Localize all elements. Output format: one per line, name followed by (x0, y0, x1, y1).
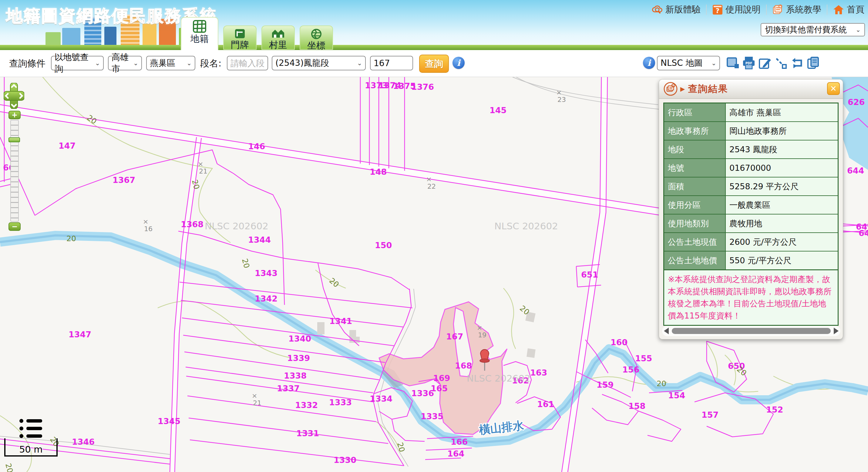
globe-icon (311, 29, 322, 39)
link-help[interactable]: ? 使用說明 (712, 4, 761, 16)
svg-text:1342: 1342 (255, 294, 278, 303)
svg-text:1367: 1367 (113, 175, 135, 185)
map-info-icon[interactable]: i (643, 57, 655, 69)
tab-coordinates[interactable]: 坐標 (300, 26, 333, 50)
zoom-out-button[interactable]: − (8, 222, 21, 231)
svg-text:1335: 1335 (421, 412, 443, 421)
chevron-down-icon: ⌄ (856, 26, 861, 33)
popup-window-icon[interactable] (726, 56, 740, 70)
row-value: 農牧用地 (726, 215, 838, 232)
svg-text:145: 145 (490, 105, 506, 115)
scale-label: 50 m (5, 444, 56, 455)
search-button[interactable]: 查詢 (419, 55, 449, 73)
svg-text:648: 648 (859, 228, 868, 238)
section-label: 段名: (200, 57, 221, 70)
svg-text:644: 644 (847, 166, 864, 175)
row-label: 公告土地現值 (664, 233, 726, 251)
svg-text:168: 168 (455, 361, 472, 370)
results-panel-header[interactable]: ▶ 查詢結果 ✕ (659, 80, 843, 99)
tutorial-doc-icon (772, 4, 784, 15)
svg-text:21: 21 (199, 167, 208, 175)
svg-text:1343: 1343 (255, 269, 278, 278)
svg-text:20: 20 (240, 257, 251, 269)
row-value: 550 元/平方公尺 (726, 251, 838, 270)
svg-text:NLSC 202602: NLSC 202602 (494, 221, 558, 231)
results-icon (663, 82, 678, 96)
row-label: 地號 (664, 159, 726, 177)
parcel-number-input[interactable] (370, 56, 413, 70)
svg-text:23: 23 (557, 96, 566, 103)
refresh-extent-icon[interactable] (790, 56, 804, 70)
header: 地籍圖資網路便民服務系統 新版體驗 ? 使用說明 (0, 0, 868, 50)
system-switcher-select[interactable]: 切換到其他需付費系統 ⌄ (761, 23, 865, 36)
svg-text:20: 20 (396, 441, 406, 453)
measure-distance-icon[interactable] (774, 56, 788, 70)
city-select[interactable]: 高雄市⌄ (108, 56, 142, 70)
close-button[interactable]: ✕ (827, 82, 840, 95)
link-tutorial[interactable]: 系統教學 (772, 4, 821, 16)
table-row: 地號01670000 (664, 159, 838, 178)
pan-control[interactable] (4, 83, 24, 109)
village-houses-icon (272, 29, 285, 39)
row-label: 行政區 (664, 103, 726, 121)
svg-text:147: 147 (59, 141, 75, 151)
home-icon (833, 4, 844, 15)
header-links: 新版體驗 ? 使用說明 系統教學 (651, 4, 864, 16)
section-number-input[interactable] (227, 56, 268, 70)
svg-text:154: 154 (668, 391, 685, 400)
tab-door-plate[interactable]: 門牌 (223, 26, 256, 50)
svg-text:×: × (426, 175, 432, 183)
cadastre-grid-icon (193, 20, 206, 33)
table-row: 使用地類別農牧用地 (664, 215, 838, 233)
scroll-right-icon[interactable] (834, 327, 839, 334)
scrollbar-thumb[interactable] (672, 328, 831, 334)
divider (766, 5, 767, 15)
svg-text:1337: 1337 (277, 384, 300, 393)
district-select[interactable]: 燕巢區⌄ (146, 56, 195, 70)
edit-icon[interactable] (758, 56, 772, 70)
row-label: 公告土地地價 (664, 251, 726, 270)
table-row: 地政事務所岡山地政事務所 (664, 122, 838, 140)
tab-cadastre[interactable]: 地籍 (181, 17, 218, 50)
link-home[interactable]: 首頁 (833, 4, 864, 16)
tab-village[interactable]: 村里 (261, 26, 295, 50)
row-value: 岡山地政事務所 (726, 122, 838, 140)
section-select[interactable]: (2543)鳳龍段⌄ (272, 56, 366, 70)
svg-text:21: 21 (253, 399, 261, 407)
app-window: 地籍圖資網路便民服務系統 新版體驗 ? 使用說明 (0, 0, 868, 472)
row-label: 使用地類別 (664, 215, 726, 232)
copy-documents-icon[interactable] (806, 56, 820, 70)
svg-text:157: 157 (702, 410, 718, 419)
info-icon[interactable]: i (453, 57, 465, 69)
svg-text:150: 150 (375, 241, 392, 250)
map-scale-bar: 50 m (4, 438, 58, 457)
svg-text:1347: 1347 (68, 330, 91, 339)
query-type-select[interactable]: 以地號查詢⌄ (51, 56, 104, 70)
row-label: 地段 (664, 140, 726, 158)
svg-text:1339: 1339 (287, 353, 310, 363)
question-icon: ? (712, 4, 723, 15)
zoom-in-button[interactable]: + (8, 111, 21, 119)
zoom-track[interactable] (10, 120, 19, 222)
print-pdf-icon[interactable]: PDF (742, 56, 756, 70)
svg-text:167: 167 (446, 332, 463, 341)
row-value: 高雄市 燕巢區 (726, 103, 838, 121)
row-value: 一般農業區 (726, 196, 838, 214)
svg-text:164: 164 (447, 449, 464, 458)
results-title: 查詢結果 (688, 83, 728, 95)
svg-text:22: 22 (427, 183, 436, 190)
divider (706, 5, 707, 15)
link-new-version[interactable]: 新版體驗 (651, 4, 701, 16)
svg-text:×: × (252, 392, 257, 400)
zoom-handle[interactable] (8, 137, 20, 142)
scroll-left-icon[interactable] (664, 327, 669, 334)
table-row: 公告土地現值2600 元/平方公尺 (664, 233, 838, 251)
svg-text:1334: 1334 (370, 394, 393, 404)
table-row: 公告土地地價550 元/平方公尺 (664, 251, 838, 270)
row-value: 5258.29 平方公尺 (726, 178, 838, 195)
row-value: 2600 元/平方公尺 (726, 233, 838, 251)
svg-text:159: 159 (596, 380, 614, 389)
basemap-select[interactable]: NLSC 地圖⌄ (657, 56, 720, 70)
table-row: 行政區高雄市 燕巢區 (664, 103, 838, 122)
search-toolbar: 查詢條件 以地號查詢⌄ 高雄市⌄ 燕巢區⌄ 段名: (2543)鳳龍段⌄ 查詢 … (0, 50, 868, 77)
